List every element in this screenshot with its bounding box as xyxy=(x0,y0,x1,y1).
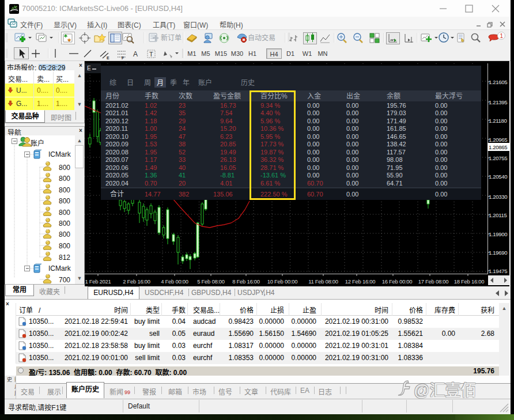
svg-text:0.00: 0.00 xyxy=(346,172,358,179)
svg-text:0.00: 0.00 xyxy=(346,141,358,147)
svg-text:2020.11: 2020.11 xyxy=(105,125,128,132)
svg-text:自动交易: 自动交易 xyxy=(248,33,275,42)
svg-text:次数: 次数 xyxy=(179,92,192,100)
svg-text:盈亏金额: 盈亏金额 xyxy=(213,92,241,100)
svg-text:138.42: 138.42 xyxy=(387,141,406,147)
svg-text:1.20540: 1.20540 xyxy=(489,173,507,180)
svg-text:0.00: 0.00 xyxy=(435,172,447,179)
svg-text:0.00: 0.00 xyxy=(435,125,447,132)
svg-text:0.00: 0.00 xyxy=(307,141,319,147)
svg-text:1.49: 1.49 xyxy=(145,164,157,171)
svg-text:60.70: 60.70 xyxy=(307,180,323,187)
svg-text:1.20115: 1.20115 xyxy=(489,212,507,218)
svg-text:14.77: 14.77 xyxy=(145,191,161,198)
svg-text:月: 月 xyxy=(157,79,164,87)
svg-text:0.00: 0.00 xyxy=(346,164,358,171)
svg-text:1.20755: 1.20755 xyxy=(489,155,507,161)
svg-text:11 Feb 08:00: 11 Feb 08:00 xyxy=(308,278,338,285)
svg-text:1: 1 xyxy=(500,33,504,39)
svg-text:0.00: 0.00 xyxy=(346,133,358,140)
svg-text:1.21180: 1.21180 xyxy=(489,118,507,124)
svg-text:0.00: 0.00 xyxy=(435,133,447,140)
svg-text:7.54: 7.54 xyxy=(220,109,232,116)
svg-text:综: 综 xyxy=(109,79,116,87)
svg-text:24: 24 xyxy=(179,125,186,132)
svg-text:1.20330: 1.20330 xyxy=(489,194,507,200)
svg-text:117.57: 117.57 xyxy=(387,149,406,156)
svg-text:16 Feb 00:00: 16 Feb 00:00 xyxy=(382,278,412,285)
svg-text:C: C xyxy=(15,6,18,9)
svg-text:16.05: 16.05 xyxy=(220,164,236,171)
svg-text:出金: 出金 xyxy=(346,92,360,100)
svg-text:18 Feb 16:00: 18 Feb 16:00 xyxy=(454,278,484,285)
svg-text:0.00: 0.00 xyxy=(435,118,447,124)
svg-text:2020.10: 2020.10 xyxy=(105,133,128,140)
svg-text:2020.12: 2020.12 xyxy=(105,118,128,124)
svg-text:F: F xyxy=(122,56,124,60)
svg-text:1.95: 1.95 xyxy=(145,133,157,140)
svg-text:1.19900: 1.19900 xyxy=(489,231,507,237)
svg-text:2 Feb 16:00: 2 Feb 16:00 xyxy=(123,278,150,285)
svg-text:账户: 账户 xyxy=(198,78,212,87)
svg-text:35: 35 xyxy=(179,109,186,116)
svg-text:1.20865: 1.20865 xyxy=(489,144,507,150)
svg-text:2020.08: 2020.08 xyxy=(105,149,128,156)
svg-text:161.85: 161.85 xyxy=(387,125,406,132)
svg-text:23: 23 xyxy=(179,102,186,109)
svg-text:41: 41 xyxy=(179,172,186,179)
svg-text:1.21395: 1.21395 xyxy=(489,99,507,105)
svg-text:0.00: 0.00 xyxy=(307,156,319,163)
svg-text:2021.01: 2021.01 xyxy=(105,109,128,116)
svg-text:日: 日 xyxy=(127,79,134,87)
svg-text:55.90: 55.90 xyxy=(387,172,403,179)
svg-text:0.00: 0.00 xyxy=(346,156,358,163)
svg-text:0.00: 0.00 xyxy=(307,149,319,156)
svg-text:E: E xyxy=(87,65,91,71)
svg-text:33: 33 xyxy=(179,156,186,163)
svg-text:382: 382 xyxy=(179,191,189,198)
svg-text:2021.02: 2021.02 xyxy=(105,102,128,109)
svg-text:15.20: 15.20 xyxy=(220,125,236,132)
svg-text:38: 38 xyxy=(179,141,186,147)
svg-text:1.21605: 1.21605 xyxy=(489,79,507,85)
svg-text:60.70: 60.70 xyxy=(307,191,323,198)
svg-text:月份: 月份 xyxy=(105,92,119,100)
svg-text:20.85: 20.85 xyxy=(220,141,236,147)
svg-text:手数: 手数 xyxy=(145,92,158,100)
svg-text:入金: 入金 xyxy=(307,92,321,100)
svg-text:5 Feb 08:00: 5 Feb 08:00 xyxy=(197,278,224,285)
svg-text:0.00: 0.00 xyxy=(435,156,447,163)
svg-text:2020.07: 2020.07 xyxy=(105,156,128,163)
svg-text:0.00: 0.00 xyxy=(435,164,447,171)
svg-text:0.00: 0.00 xyxy=(435,180,447,187)
svg-text:29: 29 xyxy=(179,118,186,124)
svg-text:2020.09: 2020.09 xyxy=(105,141,128,147)
svg-text:余额: 余额 xyxy=(387,92,400,100)
svg-text:2020.05: 2020.05 xyxy=(105,172,128,179)
svg-text:年: 年 xyxy=(183,79,190,87)
svg-text:A: A xyxy=(133,50,138,58)
svg-text:1.42: 1.42 xyxy=(145,109,157,116)
svg-text:0.00: 0.00 xyxy=(307,109,319,116)
svg-text:1.19475: 1.19475 xyxy=(489,268,507,274)
svg-text:1.95: 1.95 xyxy=(145,149,157,156)
svg-text:1.19690: 1.19690 xyxy=(489,249,507,256)
svg-text:135.06: 135.06 xyxy=(213,191,233,198)
svg-text:0.00: 0.00 xyxy=(307,102,319,109)
svg-text:10 Feb 00:00: 10 Feb 00:00 xyxy=(267,278,297,285)
svg-text:最大浮亏: 最大浮亏 xyxy=(435,92,463,100)
svg-text:0.00: 0.00 xyxy=(307,164,319,171)
svg-text:0.00: 0.00 xyxy=(346,102,358,109)
svg-text:0.00: 0.00 xyxy=(346,109,358,116)
svg-text:98.08: 98.08 xyxy=(387,156,403,163)
svg-text:T: T xyxy=(149,51,153,58)
svg-text:合计: 合计 xyxy=(110,190,124,198)
svg-text:40: 40 xyxy=(179,164,186,171)
svg-text:20: 20 xyxy=(179,180,186,187)
svg-text:146.65: 146.65 xyxy=(387,133,406,140)
svg-text:47: 47 xyxy=(179,133,186,140)
svg-text:0.00: 0.00 xyxy=(435,149,447,156)
svg-text:0.00: 0.00 xyxy=(435,191,447,198)
svg-text:1.53: 1.53 xyxy=(145,141,157,147)
svg-text:16.73: 16.73 xyxy=(220,102,236,109)
